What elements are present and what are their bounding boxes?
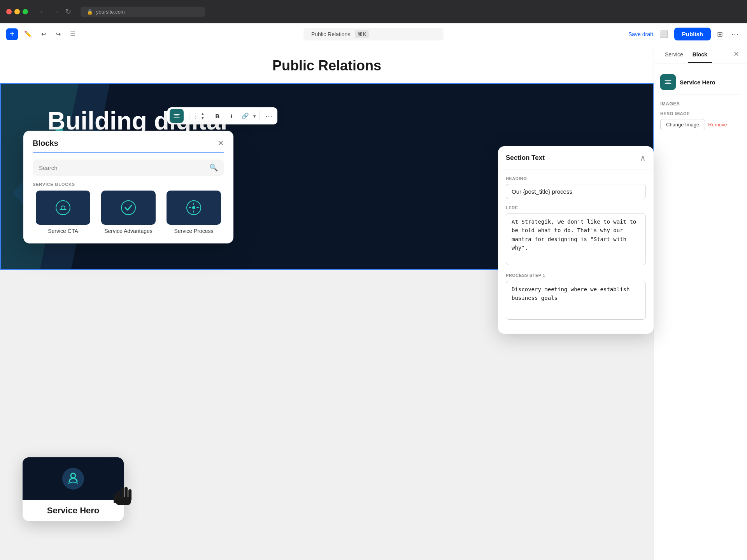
blocks-modal-search[interactable]: 🔍 — [33, 159, 224, 176]
block-card-cta[interactable]: Service CTA — [33, 191, 93, 234]
block-card-advantages[interactable]: Service Advantages — [98, 191, 159, 234]
redo-button[interactable]: ↪ — [53, 28, 64, 40]
block-preview-icon — [660, 74, 676, 90]
more-format-button[interactable]: ▾ — [253, 113, 256, 119]
back-button[interactable]: ← — [37, 6, 47, 18]
page-title: Public Relations — [0, 58, 654, 74]
svg-point-4 — [56, 201, 70, 215]
image-buttons: Change Image Remove — [660, 119, 741, 130]
save-draft-button[interactable]: Save draft — [628, 31, 653, 37]
blocks-modal-header: Blocks ✕ — [23, 131, 233, 148]
fullscreen-traffic-light[interactable] — [23, 9, 28, 14]
block-process-thumb — [167, 191, 221, 225]
block-advantages-thumb — [101, 191, 156, 225]
right-panel: Service Block ✕ Service Hero Images HERO… — [654, 45, 747, 560]
drag-cursor-icon — [113, 480, 133, 509]
service-hero-card: Service Hero — [23, 457, 124, 521]
nav-arrows: ← → ↻ — [37, 6, 73, 18]
format-toolbar: ⋮⋮ ▲ ▼ B I 🔗 ▾ ⋯ — [167, 107, 277, 124]
more-options-format-button[interactable]: ⋯ — [263, 110, 275, 122]
blocks-modal-title: Blocks — [33, 139, 58, 148]
link-button[interactable]: 🔗 — [239, 110, 252, 122]
service-blocks-label: SERVICE BLOCKS — [23, 176, 233, 191]
shortcut-badge: ⌘K — [355, 30, 368, 38]
block-card-process[interactable]: Service Process — [163, 191, 224, 234]
hero-image-label: HERO IMAGE — [660, 111, 741, 116]
bold-button[interactable]: B — [211, 110, 224, 122]
block-preview-name: Service Hero — [680, 79, 715, 86]
search-bar-text: Public Relations — [311, 31, 350, 37]
close-traffic-light[interactable] — [6, 9, 12, 14]
undo-button[interactable]: ↩ — [38, 28, 49, 40]
add-block-button[interactable]: + — [6, 28, 18, 40]
block-tab[interactable]: Block — [688, 45, 712, 63]
search-icon: 🔍 — [209, 163, 218, 172]
section-text-body: HEADING LEDE PROCESS STEP 1 — [498, 170, 654, 334]
block-cta-thumb — [36, 191, 90, 225]
service-hero-thumb — [23, 457, 124, 500]
service-tab[interactable]: Service — [660, 45, 688, 63]
chevron-up-down-icon[interactable]: ▲ ▼ — [201, 112, 205, 120]
editor-toolbar: + ✏️ ↩ ↪ ☰ Public Relations ⌘K Save draf… — [0, 23, 747, 45]
lede-textarea[interactable] — [506, 213, 646, 265]
italic-button[interactable]: I — [225, 110, 238, 122]
panel-content: Service Hero Images HERO IMAGE Change Im… — [654, 63, 747, 136]
blocks-modal-close-button[interactable]: ✕ — [217, 138, 224, 148]
heading-input[interactable] — [506, 184, 646, 199]
forward-button[interactable]: → — [51, 6, 61, 18]
block-type-icon — [170, 109, 184, 123]
more-options-button[interactable]: ⋯ — [729, 28, 741, 40]
panel-tabs: Service Block ✕ — [654, 45, 747, 63]
main-canvas: Public Relations ⋮⋮ ▲ ▼ B I 🔗 ▾ ⋯ B — [0, 45, 747, 560]
preview-toggle-button[interactable]: ⬜ — [657, 28, 670, 40]
section-text-panel: Section Text ∧ HEADING LEDE PROCESS STEP… — [498, 146, 654, 334]
page-title-area: Public Relations — [0, 45, 654, 83]
page-search-bar[interactable]: Public Relations ⌘K — [303, 28, 444, 40]
blocks-search-input[interactable] — [39, 164, 209, 171]
process-step-textarea[interactable] — [506, 281, 646, 320]
remove-image-button[interactable]: Remove — [708, 119, 727, 130]
service-hero-label: Service Hero — [23, 500, 124, 521]
section-text-header: Section Text ∧ — [498, 146, 654, 170]
svg-point-7 — [192, 206, 195, 209]
edit-button[interactable]: ✏️ — [21, 28, 35, 40]
minimize-traffic-light[interactable] — [14, 9, 20, 14]
address-bar[interactable]: 🔒 yoursite.com — [81, 7, 205, 17]
svg-point-5 — [121, 201, 135, 215]
traffic-lights — [6, 9, 28, 14]
publish-button[interactable]: Publish — [674, 28, 711, 40]
block-cta-label: Service CTA — [48, 228, 78, 234]
block-advantages-label: Service Advantages — [104, 228, 153, 234]
drag-handle-icon[interactable]: ⋮⋮ — [185, 109, 199, 123]
section-text-title: Section Text — [506, 154, 545, 162]
block-process-label: Service Process — [174, 228, 213, 234]
section-text-collapse-button[interactable]: ∧ — [640, 153, 646, 163]
url-text: yoursite.com — [96, 9, 125, 15]
toolbar-divider — [208, 111, 208, 121]
list-button[interactable]: ☰ — [67, 28, 79, 40]
toolbar-divider-2 — [259, 111, 260, 121]
heading-label: HEADING — [506, 176, 646, 181]
browser-chrome: ← → ↻ 🔒 yoursite.com — [0, 0, 747, 23]
blocks-modal: Blocks ✕ 🔍 SERVICE BLOCKS Service CTA — [23, 131, 233, 243]
blocks-grid: Service CTA Service Advantages — [23, 191, 233, 243]
svg-rect-15 — [116, 497, 131, 505]
change-image-button[interactable]: Change Image — [660, 119, 705, 130]
lede-label: LEDE — [506, 205, 646, 210]
refresh-button[interactable]: ↻ — [64, 6, 73, 18]
panel-close-button[interactable]: ✕ — [732, 45, 741, 63]
layout-toggle-button[interactable]: ⊞ — [715, 28, 725, 40]
toolbar-right: Save draft ⬜ Publish ⊞ ⋯ — [628, 28, 741, 40]
process-step-label: PROCESS STEP 1 — [506, 273, 646, 278]
images-section-title: Images — [660, 101, 741, 107]
search-underline — [33, 152, 224, 153]
block-preview: Service Hero — [660, 70, 741, 95]
